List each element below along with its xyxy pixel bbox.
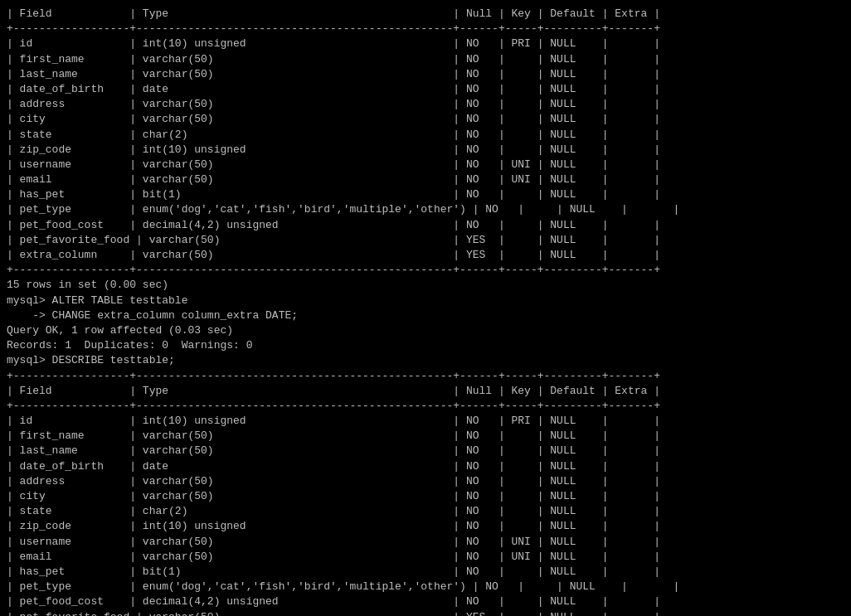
terminal-line: | city | varchar(50) | NO | | NULL | |: [7, 489, 844, 504]
terminal-line: | has_pet | bit(1) | NO | | NULL | |: [7, 187, 844, 202]
terminal-line: +------------------+--------------------…: [7, 263, 844, 278]
terminal-line: | has_pet | bit(1) | NO | | NULL | |: [7, 565, 844, 580]
terminal-line: +------------------+--------------------…: [7, 369, 844, 384]
terminal-line: -> CHANGE extra_column column_extra DATE…: [7, 308, 844, 323]
terminal-line: | extra_column | varchar(50) | YES | | N…: [7, 248, 844, 263]
terminal-line: | email | varchar(50) | NO | UNI | NULL …: [7, 550, 844, 565]
terminal-line: | Field | Type | Null | Key | Default | …: [7, 384, 844, 399]
terminal-line: | Field | Type | Null | Key | Default | …: [7, 7, 844, 22]
terminal-line: | state | char(2) | NO | | NULL | |: [7, 128, 844, 143]
terminal-line: Records: 1 Duplicates: 0 Warnings: 0: [7, 338, 844, 353]
terminal-line: | last_name | varchar(50) | NO | | NULL …: [7, 67, 844, 82]
terminal-line: | pet_type | enum('dog','cat','fish','bi…: [7, 202, 844, 217]
terminal-line: | pet_food_cost | decimal(4,2) unsigned …: [7, 218, 844, 233]
terminal-line: Query OK, 1 row affected (0.03 sec): [7, 323, 844, 338]
terminal-line: | username | varchar(50) | NO | UNI | NU…: [7, 535, 844, 550]
terminal-line: +------------------+--------------------…: [7, 22, 844, 36]
terminal-line: | zip_code | int(10) unsigned | NO | | N…: [7, 519, 844, 534]
terminal-line: | id | int(10) unsigned | NO | PRI | NUL…: [7, 36, 844, 51]
terminal-line: | first_name | varchar(50) | NO | | NULL…: [7, 429, 844, 444]
terminal-line: | address | varchar(50) | NO | | NULL | …: [7, 474, 844, 489]
terminal-line: | id | int(10) unsigned | NO | PRI | NUL…: [7, 414, 844, 429]
terminal-line: mysql> ALTER TABLE testtable: [7, 293, 844, 308]
terminal-line: | city | varchar(50) | NO | | NULL | |: [7, 112, 844, 127]
terminal-line: mysql> DESCRIBE testtable;: [7, 353, 844, 368]
terminal-line: | pet_type | enum('dog','cat','fish','bi…: [7, 580, 844, 594]
terminal-line: | pet_favorite_food | varchar(50) | YES …: [7, 233, 844, 248]
terminal-line: | first_name | varchar(50) | NO | | NULL…: [7, 52, 844, 67]
terminal-line: | address | varchar(50) | NO | | NULL | …: [7, 97, 844, 112]
terminal-line: 15 rows in set (0.00 sec): [7, 278, 844, 293]
terminal-line: | username | varchar(50) | NO | UNI | NU…: [7, 158, 844, 172]
terminal-line: +------------------+--------------------…: [7, 399, 844, 414]
terminal-line: | pet_food_cost | decimal(4,2) unsigned …: [7, 594, 844, 609]
terminal-line: | pet_favorite_food | varchar(50) | YES …: [7, 610, 844, 617]
terminal-output: | Field | Type | Null | Key | Default | …: [7, 7, 844, 616]
terminal-line: | date_of_birth | date | NO | | NULL | |: [7, 459, 844, 474]
terminal-line: | zip_code | int(10) unsigned | NO | | N…: [7, 143, 844, 158]
terminal-line: | email | varchar(50) | NO | UNI | NULL …: [7, 172, 844, 187]
terminal-line: | last_name | varchar(50) | NO | | NULL …: [7, 444, 844, 458]
terminal-line: | state | char(2) | NO | | NULL | |: [7, 504, 844, 519]
terminal-line: | date_of_birth | date | NO | | NULL | |: [7, 82, 844, 97]
